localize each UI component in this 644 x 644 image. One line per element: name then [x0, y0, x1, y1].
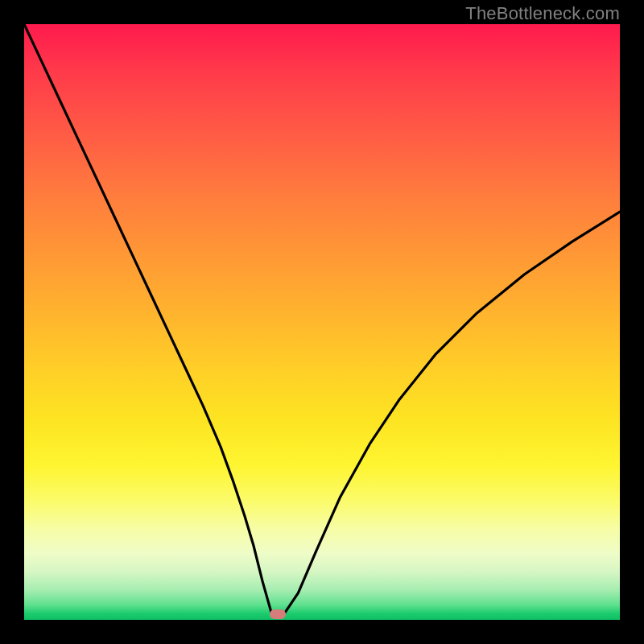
watermark-text: TheBottleneck.com: [465, 3, 620, 24]
bottleneck-curve: [24, 24, 620, 620]
plot-area: [24, 24, 620, 620]
curve-path: [24, 24, 620, 615]
min-marker-icon: [270, 609, 286, 619]
chart-frame: TheBottleneck.com: [0, 0, 644, 644]
